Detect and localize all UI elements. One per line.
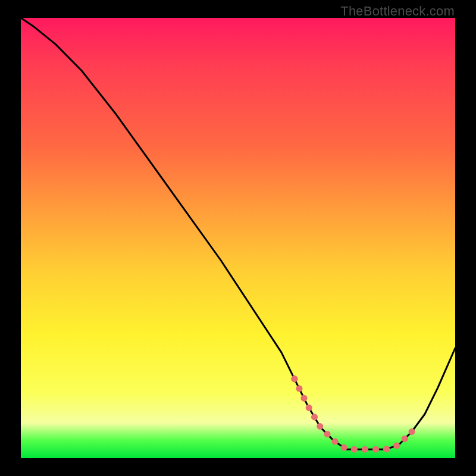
- watermark-text: TheBottleneck.com: [340, 4, 455, 19]
- chart-frame: TheBottleneck.com: [0, 0, 476, 476]
- valley-dot: [291, 375, 298, 382]
- curve-svg: [21, 18, 455, 458]
- plot-gradient-area: [21, 18, 455, 458]
- bottleneck-curve-path: [21, 18, 455, 449]
- valley-dot: [409, 428, 415, 435]
- valley-dots: [291, 375, 415, 449]
